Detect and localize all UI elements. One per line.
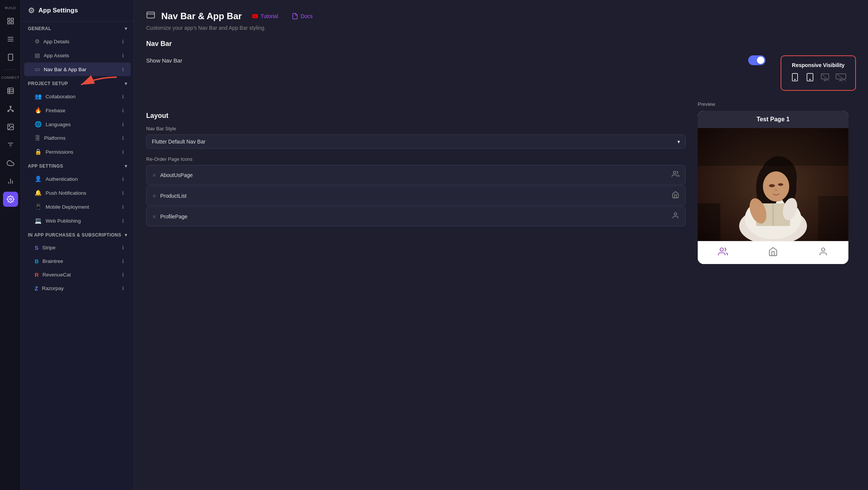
project-setup-chevron-icon: ▾ bbox=[125, 81, 127, 86]
page-header: Nav Bar & App Bar Tutorial Docs bbox=[146, 11, 856, 22]
tutorial-label: Tutorial bbox=[261, 13, 278, 19]
connect-label: Connect bbox=[2, 76, 20, 79]
sidebar-section-project-setup[interactable]: Project Setup ▾ bbox=[21, 76, 134, 89]
app-details-icon: ⚙ bbox=[35, 38, 40, 45]
toolbar-settings-icon[interactable] bbox=[3, 192, 18, 207]
authentication-icon: 👤 bbox=[35, 176, 42, 182]
preview-title: Test Page 1 bbox=[756, 116, 790, 122]
reorder-item-product-list[interactable]: ≡ ProductList bbox=[146, 186, 686, 206]
sidebar-item-platforms[interactable]: 🗄 Platforms ℹ bbox=[24, 131, 131, 145]
left-col: Layout Nav Bar Style Flutter Default Nav… bbox=[146, 101, 686, 264]
sidebar-item-permissions[interactable]: 🔒 Permissions ℹ bbox=[24, 145, 131, 159]
toolbar-list-icon[interactable] bbox=[3, 32, 18, 47]
firebase-info-icon[interactable]: ℹ bbox=[122, 108, 124, 113]
iap-chevron-icon: ▾ bbox=[125, 232, 127, 238]
svg-rect-0 bbox=[8, 18, 10, 21]
preview-nav-group-icon[interactable] bbox=[718, 247, 728, 259]
app-details-info-icon[interactable]: ℹ bbox=[122, 39, 124, 44]
sidebar-item-authentication[interactable]: 👤 Authentication ℹ bbox=[24, 172, 131, 186]
toolbar-chart-icon[interactable] bbox=[3, 174, 18, 189]
stripe-info-icon[interactable]: ℹ bbox=[122, 245, 124, 250]
svg-point-52 bbox=[769, 184, 775, 187]
sidebar-item-braintree[interactable]: B Braintree ℹ bbox=[24, 255, 131, 268]
sidebar-item-nav-bar-app-bar[interactable]: ▭ Nav Bar & App Bar ℹ bbox=[24, 63, 131, 76]
tablet-icon[interactable] bbox=[805, 73, 815, 84]
sidebar-item-app-details[interactable]: ⚙ App Details ℹ bbox=[24, 35, 131, 48]
collaboration-icon: 👥 bbox=[35, 93, 42, 100]
sidebar-item-mobile-deployment[interactable]: 📱 Mobile Deployment ℹ bbox=[24, 200, 131, 214]
web-publishing-info-icon[interactable]: ℹ bbox=[122, 218, 124, 224]
drag-handle-about-us[interactable]: ≡ bbox=[153, 172, 156, 178]
tutorial-button[interactable]: Tutorial bbox=[248, 11, 282, 21]
sidebar-item-firebase[interactable]: 🔥 Firebase ℹ bbox=[24, 104, 131, 117]
product-list-page-icon bbox=[672, 191, 679, 200]
sidebar-item-razorpay[interactable]: Z Razorpay ℹ bbox=[24, 282, 131, 295]
svg-point-62 bbox=[720, 248, 723, 251]
toolbar-filter-icon[interactable] bbox=[3, 137, 18, 153]
svg-point-31 bbox=[795, 79, 795, 80]
stripe-label: Stripe bbox=[42, 245, 55, 250]
sidebar-item-languages[interactable]: 🌐 Languages ℹ bbox=[24, 118, 131, 131]
toolbar-image-icon[interactable] bbox=[3, 119, 18, 134]
mobile-deployment-info-icon[interactable]: ℹ bbox=[122, 204, 124, 210]
firebase-label: Firebase bbox=[46, 108, 66, 113]
settings-gear-icon: ⚙ bbox=[28, 6, 35, 15]
sidebar-section-iap[interactable]: In App Purchases & Subscriptions ▾ bbox=[21, 228, 134, 241]
sidebar-item-revenuecat[interactable]: R RevenueCat ℹ bbox=[24, 268, 131, 281]
layout-preview-row: Layout Nav Bar Style Flutter Default Nav… bbox=[146, 101, 856, 264]
sidebar-item-push-notifications[interactable]: 🔔 Push Notifications ℹ bbox=[24, 186, 131, 200]
preview-nav-home-icon[interactable] bbox=[768, 247, 778, 259]
responsive-visibility-icons bbox=[789, 73, 848, 84]
drag-handle-product-list[interactable]: ≡ bbox=[153, 193, 156, 199]
build-label: Build bbox=[5, 6, 16, 10]
sidebar-item-web-publishing[interactable]: 💻 Web Publishing ℹ bbox=[24, 214, 131, 227]
revenuecat-info-icon[interactable]: ℹ bbox=[122, 272, 124, 278]
app-assets-info-icon[interactable]: ℹ bbox=[122, 53, 124, 58]
preview-nav-person-icon[interactable] bbox=[818, 247, 828, 259]
reorder-item-about-us[interactable]: ≡ AboutUsPage bbox=[146, 165, 686, 185]
sidebar-section-general[interactable]: General ▾ bbox=[21, 21, 134, 34]
sidebar-title: App Settings bbox=[38, 7, 78, 14]
svg-line-17 bbox=[8, 110, 11, 111]
toolbar-table-icon[interactable] bbox=[3, 83, 18, 98]
toolbar-cloud-icon[interactable] bbox=[3, 156, 18, 171]
toolbar-build-icon[interactable] bbox=[3, 14, 18, 29]
nav-bar-info-icon[interactable]: ℹ bbox=[122, 67, 124, 72]
profile-page-icon bbox=[672, 212, 679, 221]
sidebar-item-stripe[interactable]: S Stripe ℹ bbox=[24, 241, 131, 254]
wide-desktop-icon[interactable] bbox=[836, 73, 846, 84]
permissions-info-icon[interactable]: ℹ bbox=[122, 149, 124, 155]
razorpay-info-icon[interactable]: ℹ bbox=[122, 285, 124, 291]
svg-point-13 bbox=[10, 106, 11, 107]
sidebar-item-app-assets[interactable]: ▤ App Assets ℹ bbox=[24, 49, 131, 62]
push-notif-info-icon[interactable]: ℹ bbox=[122, 190, 124, 196]
svg-rect-2 bbox=[8, 22, 10, 24]
svg-rect-3 bbox=[11, 22, 13, 24]
languages-info-icon[interactable]: ℹ bbox=[122, 122, 124, 127]
platforms-info-icon[interactable]: ℹ bbox=[122, 135, 124, 141]
project-setup-label: Project Setup bbox=[28, 81, 68, 86]
desktop-icon[interactable] bbox=[821, 73, 830, 84]
responsive-visibility-box: Responsive Visibility bbox=[781, 55, 856, 91]
svg-point-54 bbox=[775, 189, 777, 191]
app-details-label: App Details bbox=[43, 39, 69, 44]
sidebar-item-collaboration[interactable]: 👥 Collaboration ℹ bbox=[24, 90, 131, 103]
show-nav-bar-toggle[interactable] bbox=[748, 55, 766, 65]
mobile-deploy-icon: 📱 bbox=[35, 203, 42, 210]
about-us-page-icon bbox=[672, 170, 679, 180]
page-title: Nav Bar & App Bar bbox=[161, 11, 242, 21]
docs-button[interactable]: Docs bbox=[288, 11, 316, 21]
authentication-info-icon[interactable]: ℹ bbox=[122, 176, 124, 182]
reorder-item-profile-page[interactable]: ≡ ProfilePage bbox=[146, 206, 686, 226]
toolbar-flow-icon[interactable] bbox=[3, 101, 18, 116]
collaboration-info-icon[interactable]: ℹ bbox=[122, 94, 124, 99]
main-content: Nav Bar & App Bar Tutorial Docs Customiz… bbox=[134, 0, 868, 490]
nav-bar-style-dropdown[interactable]: Flutter Default Nav Bar ▾ bbox=[146, 134, 686, 149]
sidebar-section-app-settings[interactable]: App Settings ▾ bbox=[21, 159, 134, 172]
toolbar-device-icon[interactable] bbox=[3, 50, 18, 65]
drag-handle-profile-page[interactable]: ≡ bbox=[153, 214, 156, 220]
nav-bar-section-title: Nav Bar bbox=[146, 40, 856, 48]
phone-icon[interactable] bbox=[790, 73, 799, 84]
authentication-label: Authentication bbox=[46, 176, 78, 182]
braintree-info-icon[interactable]: ℹ bbox=[122, 258, 124, 264]
